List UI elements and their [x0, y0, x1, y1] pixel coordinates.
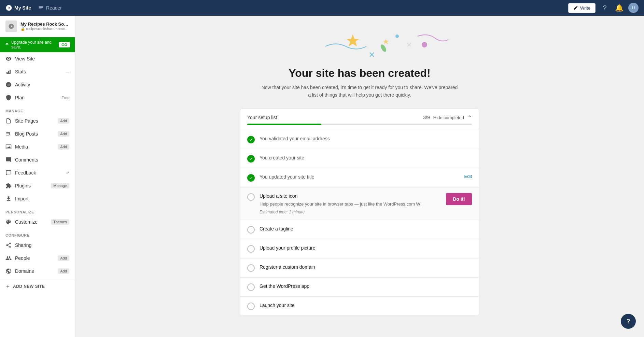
svg-point-12: [380, 44, 387, 53]
reader-button[interactable]: Reader: [38, 5, 62, 11]
notifications-icon[interactable]: 🔔: [614, 3, 624, 13]
check-site-title-icon: [247, 174, 255, 182]
radio-profile-pic[interactable]: [247, 245, 255, 253]
media-icon: [5, 144, 12, 150]
sidebar-item-sharing[interactable]: Sharing: [0, 239, 75, 252]
sharing-label: Sharing: [15, 242, 69, 248]
sidebar-item-activity[interactable]: Activity: [0, 78, 75, 91]
content-area: Your site has been created! Now that you…: [75, 16, 644, 337]
people-add-button[interactable]: Add: [58, 255, 69, 261]
collapse-icon[interactable]: ⌃: [467, 114, 472, 121]
sidebar-item-domains[interactable]: Domains Add: [0, 265, 75, 278]
setup-item-domain-text: Register a custom domain: [260, 264, 472, 271]
sidebar-item-feedback[interactable]: Feedback ↗: [0, 166, 75, 179]
media-add-button[interactable]: Add: [58, 144, 69, 150]
upgrade-banner[interactable]: Upgrade your site and save. GO: [0, 37, 75, 52]
people-label: People: [15, 255, 54, 261]
setup-item-tagline[interactable]: Create a tagline: [240, 220, 479, 239]
stats-label: Stats: [15, 69, 62, 74]
sharing-icon: [5, 242, 12, 248]
sidebar-item-plugins[interactable]: Plugins Manage: [0, 179, 75, 192]
customize-icon: [5, 219, 12, 225]
svg-rect-2: [39, 8, 43, 8]
setup-item-site-title-title: You updated your site title: [260, 174, 460, 181]
edit-site-title-button[interactable]: Edit: [464, 174, 472, 179]
site-avatar: [5, 20, 17, 32]
sidebar-item-customize[interactable]: Customize Themes: [0, 215, 75, 228]
blog-posts-add-button[interactable]: Add: [58, 131, 69, 137]
configure-section-title: Configure: [0, 228, 75, 239]
plan-label: Plan: [15, 95, 58, 100]
write-button[interactable]: Write: [568, 3, 596, 13]
upgrade-icon: [5, 42, 9, 47]
sidebar-item-view-site[interactable]: View Site: [0, 52, 75, 65]
radio-wp-app[interactable]: [247, 283, 255, 291]
setup-item-site-icon[interactable]: Upload a site icon Help people recognize…: [240, 187, 479, 220]
setup-item-wp-app[interactable]: Get the WordPress app: [240, 278, 479, 297]
setup-item-launch[interactable]: Launch your site: [240, 297, 479, 315]
site-pages-icon: [5, 118, 12, 124]
svg-rect-1: [39, 6, 43, 7]
stats-badge: —: [66, 70, 69, 74]
hero-title: Your site has been created!: [240, 67, 479, 80]
view-site-icon: [5, 56, 12, 62]
site-name: My Recipes Rock So Hard: [20, 22, 69, 27]
plan-badge: Free: [61, 96, 69, 100]
upgrade-go-button[interactable]: GO: [59, 42, 70, 47]
domains-add-button[interactable]: Add: [58, 268, 69, 274]
add-new-site-button[interactable]: ADD NEW SITE: [0, 281, 75, 292]
sidebar-item-comments[interactable]: Comments: [0, 153, 75, 166]
personalize-section-title: Personalize: [0, 205, 75, 215]
radio-tagline[interactable]: [247, 226, 255, 234]
sidebar-bottom-divider: [0, 279, 75, 279]
check-created-icon: [247, 155, 255, 163]
radio-domain[interactable]: [247, 264, 255, 272]
sidebar-item-plan[interactable]: Plan Free: [0, 91, 75, 104]
do-it-button[interactable]: Do it!: [446, 193, 472, 205]
setup-item-domain[interactable]: Register a custom domain: [240, 258, 479, 278]
site-pages-add-button[interactable]: Add: [58, 118, 69, 124]
reader-icon: [38, 5, 44, 11]
setup-item-created-text: You created your site: [260, 155, 472, 162]
sidebar-item-site-pages[interactable]: Site Pages Add: [0, 114, 75, 127]
main-layout: My Recipes Rock So Hard 🔒recipesrockshar…: [0, 16, 644, 337]
hide-completed-button[interactable]: Hide completed: [433, 115, 464, 120]
view-site-label: View Site: [15, 56, 69, 61]
my-site-button[interactable]: My Site: [5, 4, 31, 11]
setup-item-site-icon-desc: Help people recognize your site in brows…: [260, 201, 441, 208]
setup-item-profile-pic-title: Upload your profile picture: [260, 245, 472, 252]
setup-card: Your setup list 3/9 Hide completed ⌃: [240, 109, 479, 316]
svg-rect-3: [39, 9, 42, 9]
sidebar-item-people[interactable]: People Add: [0, 252, 75, 265]
sidebar-item-stats[interactable]: Stats —: [0, 65, 75, 78]
setup-item-tagline-title: Create a tagline: [260, 226, 472, 233]
setup-item-domain-title: Register a custom domain: [260, 264, 472, 271]
radio-launch[interactable]: [247, 303, 255, 310]
setup-item-site-icon-title: Upload a site icon: [260, 193, 441, 200]
svg-marker-4: [347, 34, 359, 46]
plugins-manage-button[interactable]: Manage: [51, 183, 69, 188]
people-icon: [5, 255, 12, 261]
progress-bar-track: [247, 124, 472, 125]
sidebar-item-blog-posts[interactable]: Blog Posts Add: [0, 127, 75, 140]
site-url: 🔒recipesrockshard.home.blog: [20, 27, 69, 31]
site-info[interactable]: My Recipes Rock So Hard 🔒recipesrockshar…: [0, 16, 75, 37]
setup-item-profile-pic[interactable]: Upload your profile picture: [240, 239, 479, 258]
help-button[interactable]: ?: [621, 314, 636, 329]
plugins-label: Plugins: [15, 183, 47, 188]
check-email-icon: [247, 136, 255, 143]
sidebar-item-import[interactable]: Import: [0, 192, 75, 205]
media-label: Media: [15, 144, 54, 150]
setup-list-label: Your setup list: [247, 115, 277, 120]
activity-label: Activity: [15, 82, 69, 87]
avatar[interactable]: U: [628, 3, 639, 13]
manage-section-title: Manage: [0, 104, 75, 114]
themes-button[interactable]: Themes: [51, 219, 69, 225]
sidebar-item-media[interactable]: Media Add: [0, 140, 75, 153]
radio-site-icon[interactable]: [247, 193, 255, 201]
plugins-icon: [5, 183, 12, 189]
activity-icon: [5, 82, 12, 88]
help-nav-icon[interactable]: ?: [600, 3, 610, 13]
setup-item-wp-app-text: Get the WordPress app: [260, 283, 472, 290]
progress-bar-fill: [247, 124, 321, 125]
